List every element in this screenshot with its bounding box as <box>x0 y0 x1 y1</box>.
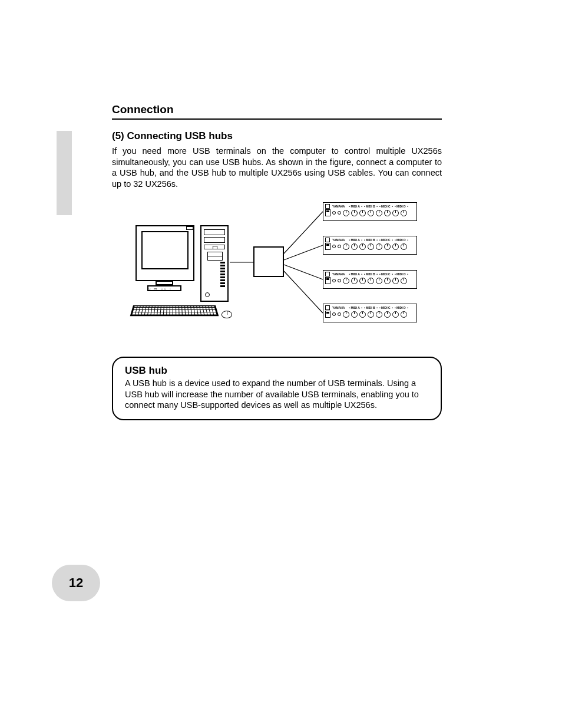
subsection-title: (5) Connecting USB hubs <box>112 130 442 142</box>
usb-hub-icon <box>253 246 284 277</box>
monitor-buttons: ○ ▭ ○○ ◦ <box>148 286 172 291</box>
keyboard-icon <box>130 305 219 316</box>
yamaha-logo-icon <box>325 238 330 242</box>
section-rule <box>112 118 442 120</box>
callout-title: USB hub <box>125 365 429 377</box>
ux256-device: YAMAHA • MIDI A • • MIDI B • • MIDI C • … <box>323 236 417 255</box>
yamaha-logo-icon <box>325 204 330 209</box>
callout-box: USB hub A USB hub is a device used to ex… <box>112 357 442 420</box>
ux256-device: YAMAHA • MIDI A • • MIDI B • • MIDI C • … <box>323 202 417 221</box>
manual-page: Connection (5) Connecting USB hubs If yo… <box>0 0 562 728</box>
computer-icon: ○ ▭ ○○ ◦ <box>135 230 239 321</box>
usb-hub-diagram: ○ ▭ ○○ ◦ YAMAHA • MIDI A • • MIDI B • • … <box>135 203 418 333</box>
device-brand: YAMAHA <box>332 307 345 309</box>
page-number: 12 <box>69 575 83 591</box>
device-brand: YAMAHA <box>332 273 345 276</box>
mouse-icon <box>222 311 232 318</box>
ux256-device: YAMAHA • MIDI A • • MIDI B • • MIDI C • … <box>323 270 417 289</box>
yamaha-logo-icon <box>325 272 330 276</box>
page-number-pill: 12 <box>52 565 100 601</box>
content-area: Connection (5) Connecting USB hubs If yo… <box>112 103 442 420</box>
monitor-stand <box>156 281 173 285</box>
monitor-icon <box>135 225 194 281</box>
monitor-cable <box>186 226 193 230</box>
subsection-body: If you need more USB terminals on the co… <box>112 146 442 189</box>
callout-body: A USB hub is a device used to expand the… <box>125 378 429 411</box>
section-title: Connection <box>112 103 442 116</box>
ux256-device: YAMAHA • MIDI A • • MIDI B • • MIDI C • … <box>323 304 417 322</box>
device-brand: YAMAHA <box>332 205 345 208</box>
tower-icon <box>200 225 229 302</box>
yamaha-logo-icon <box>325 305 330 310</box>
device-brand: YAMAHA <box>332 239 345 242</box>
side-tab <box>57 131 72 215</box>
